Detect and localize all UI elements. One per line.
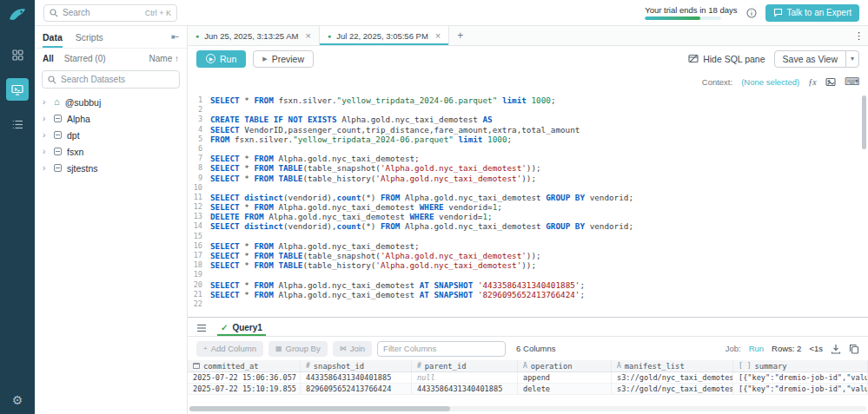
job-run-link[interactable]: Run (749, 344, 764, 353)
sql-code: SELECT * FROM Alpha.gold.nyc_taxi_demote… (210, 280, 585, 290)
tree-item[interactable]: ›fsxn (35, 143, 187, 160)
results-hscrollbar-thumb[interactable] (189, 406, 450, 411)
sql-line[interactable]: 2 (188, 105, 868, 115)
talk-to-expert-button[interactable]: Talk to an Expert (765, 4, 859, 22)
sql-line[interactable]: 8SELECT * FROM TABLE(table_snapshot('Alp… (188, 163, 868, 173)
sql-code: CREATE TABLE IF NOT EXISTS Alpha.gold.ny… (210, 115, 493, 124)
chevron-right-icon[interactable]: › (43, 97, 49, 107)
script-tab[interactable]: ●Jul 22, 2025, 3:05:56 PM× (320, 26, 449, 45)
chevron-right-icon[interactable]: › (43, 130, 49, 140)
dataset-search[interactable] (42, 70, 180, 89)
sql-editor[interactable]: 1SELECT * FROM fsxn.silver."yellow_tripd… (188, 92, 868, 317)
line-number: 13 (188, 212, 210, 221)
dremio-logo-icon[interactable] (8, 6, 27, 25)
global-search-input[interactable] (63, 8, 141, 17)
caret-down-icon[interactable]: ▾ (845, 51, 858, 67)
chevron-right-icon[interactable]: › (43, 114, 49, 123)
global-search[interactable]: Ctrl + K (43, 4, 177, 22)
results-tab-query1[interactable]: ✓ Query1 (217, 323, 266, 336)
source-icon (54, 131, 62, 139)
column-header[interactable]: Aoperation (518, 360, 612, 371)
sql-code: DELETE FROM Alpha.gold.nyc_taxi_demotest… (210, 212, 493, 221)
context-value[interactable]: (None selected) (741, 77, 799, 87)
editor-scrollbar[interactable] (862, 95, 866, 311)
sql-line[interactable]: 5FROM fsxn.silver."yellow_tripdata_2024-… (188, 135, 868, 144)
columns-count: 6 Columns (516, 344, 555, 353)
hide-sql-pane-button[interactable]: Hide SQL pane (688, 54, 765, 64)
column-header[interactable]: committed_at (188, 360, 301, 371)
column-header[interactable]: #snapshot_id (301, 360, 412, 371)
column-header[interactable]: #parent_id (412, 360, 518, 371)
sql-line[interactable]: 1SELECT * FROM fsxn.silver."yellow_tripd… (188, 95, 868, 105)
results-view-icon[interactable] (196, 324, 207, 332)
collapse-panel-icon[interactable]: ⇤ (171, 31, 179, 43)
copy-icon[interactable] (849, 344, 859, 354)
editor-scrollbar-thumb[interactable] (862, 95, 866, 149)
tab-scripts[interactable]: Scripts (76, 26, 103, 48)
sql-line[interactable]: 19 (188, 270, 868, 279)
sql-line[interactable]: 22 (188, 299, 868, 309)
dataset-panel-icon[interactable] (825, 77, 836, 87)
sql-line[interactable]: 18SELECT * FROM TABLE(table_history('Alp… (188, 260, 868, 270)
column-name: operation (531, 362, 573, 371)
results-panel: ✓ Query1 + Add Column ▦ Group By ⋈ Join (188, 317, 868, 414)
sql-line[interactable]: 6 (188, 144, 868, 154)
column-header[interactable]: [ ]summary (733, 360, 868, 371)
tree-item[interactable]: ›sjtestns (35, 160, 187, 176)
new-tab-button[interactable]: + (449, 26, 471, 45)
sql-line[interactable]: 11SELECT distinct(vendorid),count(*) FRO… (188, 193, 868, 202)
group-by-button[interactable]: ▦ Group By (268, 341, 328, 357)
keyboard-shortcuts-icon[interactable]: ⌨ (845, 76, 859, 87)
join-button[interactable]: ⋈ Join (333, 341, 372, 357)
download-icon[interactable] (831, 344, 841, 354)
save-as-view-button[interactable]: Save as View ▾ (774, 50, 859, 68)
chevron-right-icon[interactable]: › (43, 163, 49, 173)
line-number: 2 (188, 105, 210, 115)
chevron-right-icon[interactable]: › (43, 147, 49, 156)
sql-line[interactable]: 4SELECT VendorID,passenger_count,trip_di… (188, 125, 868, 135)
sql-line[interactable]: 7SELECT * FROM Alpha.gold.nyc_taxi_demot… (188, 154, 868, 163)
jobs-nav-icon[interactable] (6, 113, 29, 135)
sql-line[interactable]: 9SELECT * FROM TABLE(table_history('Alph… (188, 174, 868, 183)
close-tab-icon[interactable]: × (306, 30, 311, 41)
tab-data[interactable]: Data (43, 26, 63, 48)
close-tab-icon[interactable]: × (435, 30, 441, 41)
sql-line[interactable]: 3CREATE TABLE IF NOT EXISTS Alpha.gold.n… (188, 115, 868, 124)
table-cell: delete (518, 384, 612, 395)
sql-line[interactable]: 13DELETE FROM Alpha.gold.nyc_taxi_demote… (188, 212, 868, 221)
sql-line[interactable]: 16SELECT * FROM Alpha.gold.nyc_taxi_demo… (188, 241, 868, 251)
tab-overflow-icon[interactable]: ⋮ (850, 26, 868, 45)
sql-line[interactable]: 14SELECT distinct(vendorid),count(*) FRO… (188, 221, 868, 231)
filter-columns-input[interactable] (377, 341, 506, 357)
run-button[interactable]: ▶ Run (196, 50, 246, 68)
line-number: 9 (188, 174, 210, 183)
dataset-search-input[interactable] (61, 75, 174, 84)
sql-line[interactable]: 10 (188, 183, 868, 193)
sql-line[interactable]: 21SELECT * FROM Alpha.gold.nyc_taxi_demo… (188, 290, 868, 299)
sql-line[interactable]: 17SELECT * FROM TABLE(table_snapshot('Al… (188, 251, 868, 260)
table-row[interactable]: 2025-07-22 15:10:19.85582960956524137664… (188, 384, 868, 395)
table-cell: null (412, 372, 518, 384)
settings-gear-icon[interactable]: ⚙ (12, 393, 23, 407)
tree-item[interactable]: ›⌂@subbuj (35, 94, 187, 110)
tree-item[interactable]: ›dpt (35, 127, 187, 143)
preview-button[interactable]: ▶ Preview (253, 50, 314, 68)
catalog-nav-icon[interactable] (6, 43, 29, 66)
tree-item[interactable]: ›Alpha (35, 110, 187, 127)
sort-by-name[interactable]: Name ↑ (149, 54, 179, 63)
column-header[interactable]: Amanifest_list (612, 360, 733, 371)
table-row[interactable]: 2025-07-22 15:06:36.05744335864313404018… (188, 372, 868, 384)
sql-runner-nav-icon[interactable] (6, 78, 29, 101)
filter-all[interactable]: All (43, 54, 54, 63)
top-bar: Ctrl + K Your trial ends in 18 days (35, 0, 868, 26)
functions-icon[interactable]: ƒx (808, 77, 816, 87)
info-icon[interactable] (746, 8, 757, 18)
script-tab[interactable]: ●Jun 25, 2025, 3:13:25 AM× (188, 26, 320, 45)
sql-line[interactable]: 15 (188, 232, 868, 241)
add-column-button[interactable]: + Add Column (196, 341, 263, 357)
sql-line[interactable]: 20SELECT * FROM Alpha.gold.nyc_taxi_demo… (188, 280, 868, 290)
sql-line[interactable]: 12SELECT * FROM Alpha.gold.nyc_taxi_demo… (188, 202, 868, 212)
sql-code: SELECT * FROM TABLE(table_history('Alpha… (210, 174, 536, 183)
results-hscrollbar[interactable] (189, 406, 866, 411)
filter-starred[interactable]: Starred (0) (64, 54, 106, 63)
